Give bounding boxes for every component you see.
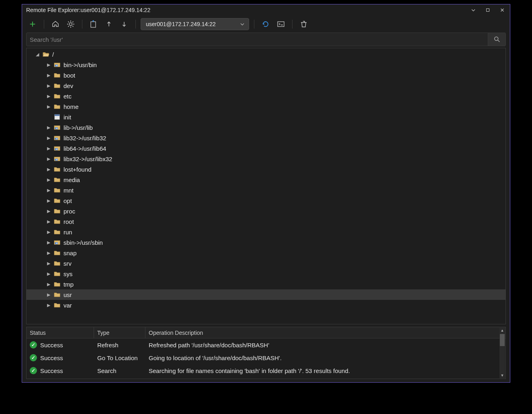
tree-item[interactable]: ▶proc	[27, 206, 505, 216]
search-button[interactable]	[488, 33, 505, 46]
success-icon: ✓	[30, 367, 37, 374]
tree-item[interactable]: ▶lib32->/usr/lib32	[27, 133, 505, 143]
expand-icon: ▶	[46, 282, 51, 287]
status-scrollbar[interactable]: ▲ ▼	[499, 328, 505, 378]
expand-icon: ▶	[46, 250, 51, 256]
tree-item[interactable]: ▶opt	[27, 195, 505, 206]
delete-button[interactable]	[297, 18, 310, 31]
upload-button[interactable]	[102, 18, 115, 31]
terminal-button[interactable]	[274, 18, 287, 31]
tree-item[interactable]: init	[27, 112, 505, 122]
tree-item[interactable]: ▶usr	[27, 289, 505, 300]
tree-item-label: lost+found	[63, 166, 92, 173]
symlink-icon	[54, 135, 61, 141]
tree-item[interactable]: ▶home	[27, 101, 505, 112]
tree-item-label: var	[63, 302, 72, 309]
close-button[interactable]	[498, 6, 507, 14]
expand-icon: ▶	[46, 94, 51, 99]
tree-item-label: etc	[63, 93, 72, 100]
tree-item-label: sys	[63, 271, 73, 277]
status-row[interactable]: ✓SuccessGo To LocationGoing to location …	[27, 351, 505, 364]
tree-item-label: bin->/usr/bin	[63, 61, 97, 68]
type-text: Search	[94, 367, 145, 374]
chevron-down-icon	[239, 21, 246, 27]
tree-item[interactable]: ▶snap	[27, 248, 505, 258]
scroll-thumb[interactable]	[500, 334, 505, 346]
tree-item[interactable]: ▶lost+found	[27, 164, 505, 174]
tree-item[interactable]: ▶dev	[27, 80, 505, 91]
home-button[interactable]	[49, 18, 62, 31]
search-bar	[26, 33, 506, 46]
file-icon	[54, 114, 61, 120]
expand-icon: ▶	[46, 188, 51, 193]
tree-item[interactable]: ▶sbin->/usr/sbin	[27, 237, 505, 248]
download-button[interactable]	[118, 18, 131, 31]
expand-icon: ▶	[46, 146, 51, 151]
scroll-up-icon[interactable]: ▲	[501, 328, 504, 333]
collapse-icon: ◢	[35, 52, 40, 57]
expand-icon: ▶	[46, 83, 51, 88]
tree-item[interactable]: ▶etc	[27, 91, 505, 101]
status-panel: Status Type Operation Description ✓Succe…	[26, 327, 506, 379]
refresh-button[interactable]	[259, 18, 272, 31]
expand-icon: ▶	[46, 198, 51, 203]
header-status[interactable]: Status	[27, 327, 94, 338]
tree-item-label: opt	[63, 197, 72, 204]
status-row[interactable]: ✓SuccessSearchSearching for file names c…	[27, 377, 505, 379]
upload-page-button[interactable]	[87, 18, 100, 31]
folder-icon	[54, 187, 61, 193]
symlink-icon	[54, 145, 61, 152]
symlink-icon	[54, 239, 61, 246]
folder-open-icon	[43, 51, 50, 57]
tree-item[interactable]: ▶root	[27, 216, 505, 227]
type-text: Go To Location	[94, 355, 145, 361]
tree-item-label: lib64->/usr/lib64	[63, 145, 106, 152]
type-text: Refresh	[94, 342, 145, 348]
tree-item[interactable]: ▶boot	[27, 70, 505, 80]
file-tree[interactable]: ◢ / ▶bin->/usr/bin▶boot▶dev▶etc▶homeinit…	[26, 48, 506, 324]
tree-item-label: lib32->/usr/lib32	[63, 135, 106, 141]
tree-item-label: root	[63, 218, 74, 225]
connection-label: user001@172.17.249.14:22	[146, 21, 216, 27]
connection-selector[interactable]: user001@172.17.249.14:22	[141, 18, 249, 30]
minimize-button[interactable]	[469, 6, 478, 14]
tree-item-label: mnt	[63, 187, 74, 194]
scroll-down-icon[interactable]: ▼	[501, 373, 504, 378]
tree-item[interactable]: ▶run	[27, 227, 505, 237]
tree-item[interactable]: ▶lib64->/usr/lib64	[27, 143, 505, 154]
tree-item[interactable]: ▶tmp	[27, 279, 505, 289]
folder-icon	[54, 271, 61, 277]
folder-icon	[54, 166, 61, 172]
tree-root[interactable]: ◢ /	[27, 49, 505, 59]
folder-icon	[54, 72, 61, 78]
tree-item-label: snap	[63, 250, 77, 256]
status-row[interactable]: ✓SuccessSearchSearching for file names c…	[27, 364, 505, 377]
new-button[interactable]	[26, 18, 39, 31]
expand-icon: ▶	[46, 240, 51, 245]
folder-icon	[54, 93, 61, 99]
symlink-icon	[54, 124, 61, 131]
tree-item[interactable]: ▶lib->/usr/lib	[27, 122, 505, 133]
tree-item[interactable]: ▶var	[27, 300, 505, 310]
desc-text: Going to location of '/usr/share/doc/bas…	[145, 355, 505, 361]
folder-icon	[54, 250, 61, 256]
tree-item[interactable]: ▶sys	[27, 268, 505, 279]
tree-item-label: lib->/usr/lib	[63, 124, 93, 131]
tree-item[interactable]: ▶mnt	[27, 185, 505, 195]
expand-icon: ▶	[46, 209, 51, 214]
symlink-icon	[54, 61, 61, 68]
search-input[interactable]	[27, 36, 488, 43]
tree-item[interactable]: ▶media	[27, 174, 505, 185]
tree-item[interactable]: ▶libx32->/usr/libx32	[27, 154, 505, 164]
maximize-button[interactable]	[483, 6, 492, 14]
folder-icon	[54, 82, 61, 89]
expand-icon: ▶	[46, 135, 51, 141]
desc-text: Refreshed path '/usr/share/doc/bash/RBAS…	[145, 342, 505, 348]
folder-icon	[54, 176, 61, 183]
tree-item[interactable]: ▶bin->/usr/bin	[27, 59, 505, 70]
settings-button[interactable]	[64, 18, 77, 31]
header-type[interactable]: Type	[94, 327, 145, 338]
status-row[interactable]: ✓SuccessRefreshRefreshed path '/usr/shar…	[27, 338, 505, 351]
tree-item[interactable]: ▶srv	[27, 258, 505, 268]
header-desc[interactable]: Operation Description	[145, 327, 505, 338]
